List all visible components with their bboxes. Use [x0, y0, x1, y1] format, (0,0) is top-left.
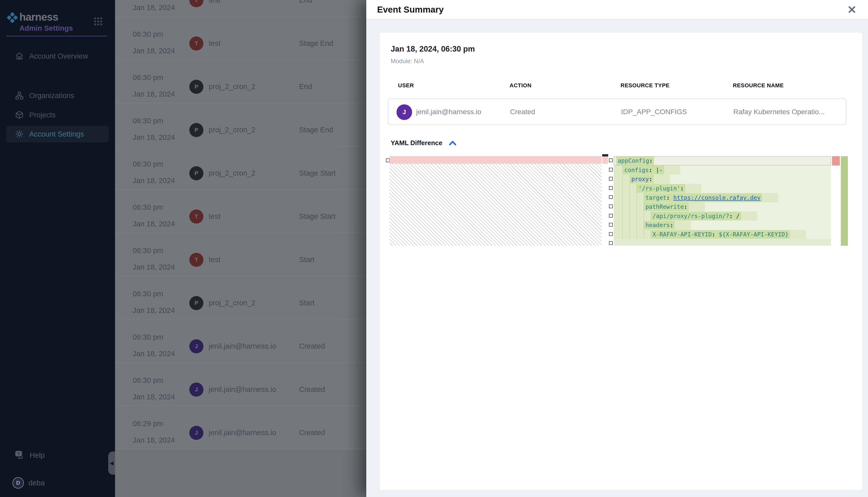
diff-removed-line: [389, 156, 608, 164]
event-summary-drawer: Event Summary ✕ Jan 18, 2024, 06:30 pm M…: [366, 0, 868, 497]
close-icon[interactable]: ✕: [845, 2, 859, 17]
sidebar-item-label: Account Overview: [29, 52, 88, 60]
audit-user: test: [209, 0, 221, 4]
help-label: Help: [30, 451, 45, 459]
yaml-diff-viewer: appConfig:configs: |-proxy:'/rs-plugin':…: [385, 156, 850, 246]
diff-line-checkbox[interactable]: [609, 232, 613, 236]
sidebar-item-projects[interactable]: Projects: [6, 106, 109, 123]
audit-user-avatar: J: [189, 426, 203, 440]
audit-user-avatar: T: [189, 37, 203, 51]
diff-line-checkbox[interactable]: [609, 168, 613, 172]
sidebar-item-organizations[interactable]: Organizations: [6, 87, 109, 104]
sidebar-item-help[interactable]: ? Help: [6, 447, 97, 464]
gear-icon: [15, 130, 24, 138]
diff-line-checkbox[interactable]: [609, 204, 613, 208]
audit-row[interactable]: 06:30 pmJan 18, 2024TtestStart: [115, 233, 366, 277]
audit-row[interactable]: 06:30 pmJan 18, 2024TtestStage End: [115, 17, 366, 60]
audit-row[interactable]: 06:30 pmJan 18, 2024Jjenil.jain@harness.…: [115, 320, 366, 363]
sidebar-collapse-handle[interactable]: ◀: [108, 452, 115, 474]
module-grid-icon[interactable]: [94, 17, 102, 26]
col-header-action: ACTION: [510, 82, 532, 89]
diff-line-checkbox[interactable]: [386, 158, 390, 162]
diff-ruler-removed-marker: [832, 156, 840, 166]
diff-empty-pane-hatch: [389, 164, 602, 246]
audit-action: Stage End: [299, 126, 333, 134]
audit-user-avatar: T: [189, 210, 203, 224]
diff-line-checkbox[interactable]: [609, 186, 613, 190]
diff-added-code-line: appConfig:: [614, 156, 831, 166]
audit-user-avatar: T: [189, 0, 203, 7]
event-table-row: J jenil.jain@harness.io Created IDP_APP_…: [388, 98, 846, 125]
org-icon: [15, 91, 24, 100]
audit-user: test: [209, 212, 221, 221]
help-chat-icon: ?: [15, 451, 24, 460]
audit-user-avatar: P: [189, 166, 203, 180]
sidebar-user[interactable]: D deba: [6, 474, 97, 491]
audit-time: 06:30 pm: [133, 246, 163, 255]
indent-guides: [616, 202, 644, 212]
brand-name: harness: [19, 11, 58, 23]
audit-action: Start: [299, 299, 314, 307]
event-resource-name: Rafay Kubernetes Operatio...: [733, 108, 825, 116]
diff-line-checkbox[interactable]: [609, 223, 613, 227]
audit-time: 06:30 pm: [133, 30, 163, 39]
audit-time: 06:30 pm: [133, 73, 163, 82]
indent-guides: [616, 212, 651, 221]
audit-date: Jan 18, 2024: [133, 393, 175, 401]
svg-text:?: ?: [17, 452, 19, 456]
event-resource-type: IDP_APP_CONFIGS: [621, 108, 687, 116]
col-header-user: USER: [398, 82, 414, 89]
audit-row[interactable]: 06:30 pmJan 18, 2024Pproj_2_cron_2Start: [115, 277, 366, 320]
audit-rows: 06:30 pmJan 18, 2024TtestEnd06:30 pmJan …: [115, 0, 366, 450]
audit-date: Jan 18, 2024: [133, 176, 175, 185]
audit-row[interactable]: 06:30 pmJan 18, 2024Pproj_2_cron_2End: [115, 60, 366, 104]
event-user: jenil.jain@harness.io: [416, 108, 481, 116]
diff-added-empty-line: [614, 239, 831, 246]
audit-row[interactable]: 06:30 pmJan 18, 2024TtestStage Start: [115, 190, 366, 233]
diff-line-checkbox[interactable]: [609, 177, 613, 181]
audit-row[interactable]: 06:30 pmJan 18, 2024Jjenil.jain@harness.…: [115, 363, 366, 407]
audit-user-avatar: T: [189, 253, 203, 267]
indent-guides: [616, 184, 637, 193]
diff-line-checkbox[interactable]: [609, 195, 613, 199]
indent-guides: [616, 166, 623, 175]
audit-date: Jan 18, 2024: [133, 3, 175, 12]
brand-subtitle: Admin Settings: [19, 24, 73, 32]
diff-added-code-line: proxy:: [614, 174, 831, 184]
audit-user-avatar: J: [189, 383, 203, 397]
sidebar-divider: [6, 36, 107, 37]
chevron-up-icon: [449, 140, 456, 146]
indent-guides: [616, 174, 630, 184]
audit-user: jenil.jain@harness.io: [209, 429, 276, 437]
col-header-resource-name: RESOURCE NAME: [733, 82, 784, 89]
brand-row: harness Admin Settings: [7, 11, 108, 34]
diff-line-checkbox[interactable]: [609, 241, 613, 245]
sidebar: harness Admin Settings Account OverviewO…: [0, 0, 115, 497]
audit-row[interactable]: 06:29 pmJan 18, 2024Jjenil.jain@harness.…: [115, 407, 366, 450]
col-header-resource-type: RESOURCE TYPE: [621, 82, 670, 89]
audit-time: 06:30 pm: [133, 160, 163, 168]
audit-list-panel: 06:30 pmJan 18, 2024TtestEnd06:30 pmJan …: [115, 0, 366, 497]
sidebar-item-label: Account Settings: [29, 130, 84, 138]
diff-line-checkbox[interactable]: [609, 158, 613, 162]
diff-added-code-line: headers:: [614, 221, 831, 230]
event-user-avatar: J: [397, 104, 412, 120]
diff-line-checkbox[interactable]: [609, 214, 613, 217]
audit-action: Stage End: [299, 39, 333, 47]
audit-user: proj_2_cron_2: [209, 299, 255, 307]
audit-user: jenil.jain@harness.io: [209, 385, 276, 394]
audit-row[interactable]: 06:30 pmJan 18, 2024TtestEnd: [115, 0, 366, 17]
event-datetime: Jan 18, 2024, 06:30 pm: [391, 44, 475, 54]
audit-time: 06:30 pm: [133, 203, 163, 212]
audit-user: test: [209, 256, 221, 264]
sidebar-item-account-overview[interactable]: Account Overview: [6, 48, 109, 65]
audit-row[interactable]: 06:30 pmJan 18, 2024Pproj_2_cron_2Stage …: [115, 104, 366, 147]
audit-time: 06:30 pm: [133, 376, 163, 385]
drawer-title: Event Summary: [377, 4, 444, 15]
cube-icon: [15, 111, 24, 119]
diff-added-code-line: pathRewrite:: [614, 202, 831, 212]
yaml-difference-toggle[interactable]: YAML Difference: [391, 139, 456, 147]
audit-row[interactable]: 06:30 pmJan 18, 2024Pproj_2_cron_2Stage …: [115, 147, 366, 190]
diff-added-code-line: X-RAFAY-API-KEYID: ${X-RAFAY-API-KEYID}: [614, 230, 831, 239]
sidebar-item-account-settings[interactable]: Account Settings: [6, 126, 109, 142]
